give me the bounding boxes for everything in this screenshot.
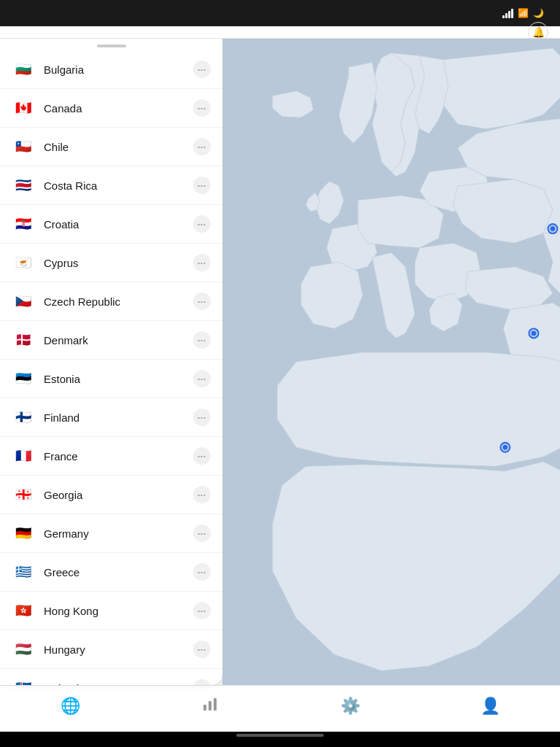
svg-rect-55: [203, 705, 206, 711]
flag-circle: 🇭🇰: [12, 599, 35, 622]
more-button[interactable]: •••: [193, 640, 211, 658]
more-button[interactable]: •••: [193, 679, 211, 685]
country-item[interactable]: 🇬🇪Georgia•••: [0, 476, 222, 514]
country-item[interactable]: 🇮🇸Iceland•••: [0, 669, 222, 685]
country-name: Hong Kong: [44, 605, 193, 617]
more-button[interactable]: •••: [193, 447, 211, 465]
more-button[interactable]: •••: [193, 293, 211, 310]
tab-globe[interactable]: 🌐: [41, 697, 99, 716]
country-item[interactable]: 🇧🇬Bulgaria•••: [0, 50, 222, 89]
country-name: Iceland: [44, 682, 193, 686]
more-button[interactable]: •••: [193, 215, 211, 233]
main-content: 🇧🇬Bulgaria•••🇨🇦Canada•••🇨🇱Chile•••🇨🇷Cost…: [0, 39, 560, 685]
more-button[interactable]: •••: [193, 370, 211, 387]
flag-circle: 🇨🇦: [12, 96, 35, 120]
tab-stats[interactable]: [181, 696, 239, 716]
more-button[interactable]: •••: [193, 138, 211, 155]
status-bar: 📶 🌙: [0, 0, 560, 26]
more-button[interactable]: •••: [193, 525, 211, 542]
more-button[interactable]: •••: [193, 254, 211, 271]
tab-bar: 🌐 ⚙️ 👤: [0, 685, 560, 732]
more-button[interactable]: •••: [193, 99, 211, 117]
flag-circle: 🇩🇪: [12, 522, 35, 545]
home-indicator: [0, 732, 560, 739]
country-name: Denmark: [44, 334, 193, 347]
flag-circle: 🇫🇷: [12, 444, 35, 468]
country-name: Estonia: [44, 373, 193, 385]
globe-icon: 🌐: [61, 697, 80, 716]
flag-circle: 🇬🇷: [12, 560, 35, 584]
tab-account[interactable]: 👤: [461, 697, 519, 716]
country-item[interactable]: 🇬🇷Greece•••: [0, 553, 222, 592]
country-item[interactable]: 🇫🇮Finland•••: [0, 398, 222, 437]
svg-rect-56: [209, 701, 211, 711]
svg-rect-57: [214, 698, 217, 711]
country-name: Bulgaria: [44, 63, 193, 76]
settings-icon: ⚙️: [341, 697, 360, 716]
country-name: Germany: [44, 527, 193, 540]
country-item[interactable]: 🇨🇦Canada•••: [0, 89, 222, 128]
svg-point-52: [503, 445, 508, 450]
country-item[interactable]: 🇭🇰Hong Kong•••: [0, 592, 222, 630]
more-button[interactable]: •••: [193, 409, 211, 426]
country-name: France: [44, 450, 193, 462]
country-name: Chile: [44, 141, 193, 153]
country-item[interactable]: 🇪🇪Estonia•••: [0, 360, 222, 398]
more-button[interactable]: •••: [193, 177, 211, 194]
flag-circle: 🇨🇿: [12, 290, 35, 313]
more-button[interactable]: •••: [193, 331, 211, 349]
stats-icon: [202, 696, 218, 716]
drag-handle: [97, 44, 126, 47]
country-item[interactable]: 🇨🇱Chile•••: [0, 128, 222, 166]
more-button[interactable]: •••: [193, 61, 211, 78]
flag-circle: 🇨🇱: [12, 135, 35, 158]
flag-circle: 🇩🇰: [12, 328, 35, 352]
flag-circle: 🇭🇺: [12, 638, 35, 661]
more-button[interactable]: •••: [193, 563, 211, 581]
flag-circle: 🇬🇪: [12, 483, 35, 506]
title-bar: 🔔: [0, 26, 560, 39]
country-name: Czech Republic: [44, 295, 193, 308]
svg-point-6: [532, 331, 537, 336]
country-list-panel[interactable]: 🇧🇬Bulgaria•••🇨🇦Canada•••🇨🇱Chile•••🇨🇷Cost…: [0, 39, 222, 685]
country-name: Cyprus: [44, 257, 193, 269]
country-item[interactable]: 🇨🇿Czech Republic•••: [0, 282, 222, 321]
map-panel: [222, 39, 560, 685]
signal-icon: [502, 8, 513, 18]
country-name: Greece: [44, 566, 193, 578]
country-item[interactable]: 🇨🇷Costa Rica•••: [0, 166, 222, 205]
status-right: 📶 🌙: [502, 8, 548, 18]
country-name: Hungary: [44, 643, 193, 656]
account-icon: 👤: [481, 697, 500, 716]
moon-icon: 🌙: [533, 8, 544, 18]
map-svg: [222, 39, 560, 685]
flag-circle: 🇨🇾: [12, 251, 35, 274]
tab-settings[interactable]: ⚙️: [321, 697, 379, 716]
country-item[interactable]: 🇭🇺Hungary•••: [0, 630, 222, 669]
flag-circle: 🇮🇸: [12, 676, 35, 685]
country-name: Canada: [44, 102, 193, 115]
country-list: 🇧🇬Bulgaria•••🇨🇦Canada•••🇨🇱Chile•••🇨🇷Cost…: [0, 50, 222, 685]
svg-point-2: [551, 226, 556, 231]
more-button[interactable]: •••: [193, 602, 211, 619]
flag-circle: 🇪🇪: [12, 367, 35, 390]
more-button[interactable]: •••: [193, 486, 211, 503]
country-item[interactable]: 🇫🇷France•••: [0, 437, 222, 476]
country-name: Costa Rica: [44, 179, 193, 192]
country-name: Georgia: [44, 489, 193, 501]
country-item[interactable]: 🇩🇪Germany•••: [0, 514, 222, 553]
list-handle: [0, 39, 222, 50]
country-name: Finland: [44, 411, 193, 424]
flag-circle: 🇧🇬: [12, 58, 35, 81]
home-bar: [236, 734, 324, 737]
country-name: Croatia: [44, 218, 193, 231]
wifi-icon: 📶: [518, 8, 529, 18]
country-item[interactable]: 🇭🇷Croatia•••: [0, 205, 222, 244]
flag-circle: 🇭🇷: [12, 212, 35, 236]
country-item[interactable]: 🇩🇰Denmark•••: [0, 321, 222, 360]
flag-circle: 🇨🇷: [12, 174, 35, 197]
country-item[interactable]: 🇨🇾Cyprus•••: [0, 244, 222, 282]
flag-circle: 🇫🇮: [12, 406, 35, 429]
